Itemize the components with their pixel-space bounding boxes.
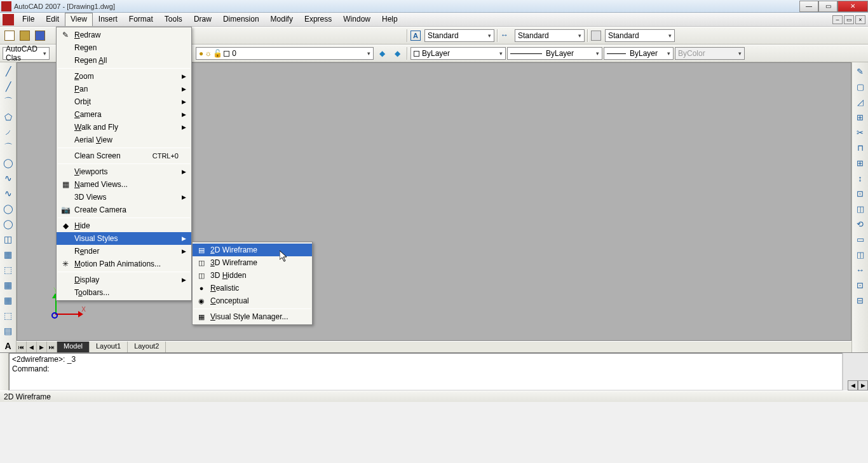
view-menu-item[interactable]: Orbit▶ — [57, 95, 191, 108]
hatch-tool[interactable]: ▦ — [2, 279, 15, 291]
submenu-item[interactable]: ◫3D Hidden — [193, 269, 312, 282]
rectangle-tool[interactable]: ⟋ — [2, 126, 15, 139]
view-menu-item[interactable]: Camera▶ — [57, 108, 191, 121]
ellipse-tool[interactable]: ◯ — [2, 202, 15, 215]
command-grip[interactable] — [0, 353, 9, 390]
explode-tool[interactable]: ⊟ — [854, 294, 867, 307]
erase-tool[interactable]: ✎ — [854, 65, 867, 78]
menu-window[interactable]: Window — [337, 13, 376, 26]
arc-tool[interactable]: ⌒ — [2, 141, 15, 154]
fillet-tool[interactable]: ⊡ — [854, 279, 867, 291]
save-button[interactable] — [33, 29, 47, 43]
view-menu-item[interactable]: Visual Styles▶ — [57, 232, 191, 245]
region-tool[interactable]: ⬚ — [2, 309, 15, 322]
tab-model[interactable]: Model — [57, 342, 90, 352]
scroll-right-button[interactable]: ▶ — [858, 380, 868, 390]
view-menu-item[interactable]: ◆Hide — [57, 219, 191, 232]
color-dropdown[interactable]: ByLayer — [410, 47, 506, 60]
circle-tool[interactable]: ◯ — [2, 156, 15, 169]
command-line[interactable]: <2dwireframe>: _3 Command: — [9, 353, 843, 390]
rotate-tool[interactable]: ⊞ — [854, 156, 867, 169]
chamfer-tool[interactable]: ↔ — [854, 263, 867, 276]
view-menu-item[interactable]: Regen — [57, 41, 191, 54]
view-menu-item[interactable]: 3D Views▶ — [57, 191, 191, 204]
menu-dimension[interactable]: Dimension — [217, 13, 265, 26]
point-tool[interactable]: ⬚ — [2, 263, 15, 276]
ellipse-arc-tool[interactable]: ◯ — [2, 218, 15, 230]
join-tool[interactable]: ◫ — [854, 248, 867, 261]
menu-draw[interactable]: Draw — [188, 13, 217, 26]
make-block-tool[interactable]: ▦ — [2, 248, 15, 261]
move-tool[interactable]: ⊓ — [854, 141, 867, 154]
submenu-item[interactable]: ◫3D Wireframe — [193, 256, 312, 269]
menu-tools[interactable]: Tools — [159, 13, 188, 26]
mdi-restore-button[interactable]: ▭ — [844, 15, 854, 24]
mirror-tool[interactable]: ◿ — [854, 95, 867, 108]
view-menu-item[interactable]: Pan▶ — [57, 83, 191, 95]
tab-prev-button[interactable]: ◀ — [27, 342, 37, 352]
scale-tool[interactable]: ↕ — [854, 172, 867, 184]
polyline-tool[interactable]: ⌒ — [2, 95, 15, 108]
open-button[interactable] — [18, 29, 32, 43]
polygon-tool[interactable]: ⬠ — [2, 111, 15, 123]
maximize-button[interactable]: ▭ — [818, 1, 837, 12]
trim-tool[interactable]: ◫ — [854, 202, 867, 215]
mdi-minimize-button[interactable]: – — [832, 15, 843, 24]
mdi-close-button[interactable]: × — [855, 15, 865, 24]
extend-tool[interactable]: ⟲ — [854, 218, 867, 230]
array-tool[interactable]: ✂ — [854, 126, 867, 139]
layer-btn-2[interactable]: ◆ — [390, 46, 404, 60]
dim-style-dropdown[interactable]: Standard — [515, 29, 585, 42]
revcloud-tool[interactable]: ∿ — [2, 172, 15, 184]
construction-line-tool[interactable]: ╱ — [2, 80, 15, 93]
app-menu-icon[interactable] — [3, 14, 14, 25]
menu-express[interactable]: Express — [299, 13, 337, 26]
submenu-item[interactable]: ●Realistic — [193, 282, 312, 294]
view-menu-item[interactable]: ▦Named Views... — [57, 178, 191, 191]
gradient-tool[interactable]: ▦ — [2, 294, 15, 307]
menu-edit[interactable]: Edit — [40, 13, 65, 26]
view-menu-item[interactable]: Clean ScreenCTRL+0 — [57, 149, 191, 162]
lineweight-dropdown[interactable]: ByLayer — [507, 47, 602, 60]
menu-view[interactable]: View — [65, 13, 93, 26]
view-menu-item[interactable]: Walk and Fly▶ — [57, 121, 191, 134]
tab-last-button[interactable]: ⏭ — [47, 342, 57, 352]
view-menu-item[interactable]: Toolbars... — [57, 286, 191, 299]
plotstyle-dropdown[interactable]: ByColor — [675, 47, 745, 60]
stretch-tool[interactable]: ⊡ — [854, 187, 867, 200]
scroll-left-button[interactable]: ◀ — [848, 380, 858, 390]
view-menu-item[interactable]: ✎Redraw — [57, 29, 191, 41]
spline-tool[interactable]: ∿ — [2, 187, 15, 200]
block-tool[interactable]: ◫ — [2, 233, 15, 245]
view-menu-item[interactable]: Viewports▶ — [57, 165, 191, 178]
new-button[interactable] — [3, 29, 17, 43]
view-menu-item[interactable]: Display▶ — [57, 273, 191, 286]
table-style-dropdown[interactable]: Standard — [605, 29, 675, 42]
view-menu-item[interactable]: Aerial View — [57, 134, 191, 146]
tab-next-button[interactable]: ▶ — [37, 342, 47, 352]
minimize-button[interactable]: — — [799, 1, 818, 12]
view-menu-item[interactable]: Zoom▶ — [57, 70, 191, 83]
submenu-item[interactable]: ▦Visual Style Manager... — [193, 310, 312, 323]
view-menu-item[interactable]: Regen All — [57, 54, 191, 67]
tab-layout2[interactable]: Layout2 — [128, 342, 166, 352]
menu-modify[interactable]: Modify — [265, 13, 299, 26]
layer-dropdown[interactable]: ● ☼ 🔓 0 — [196, 47, 374, 60]
layer-btn-1[interactable]: ◆ — [375, 46, 389, 60]
menu-file[interactable]: File — [17, 13, 40, 26]
text-style-dropdown[interactable]: Standard — [424, 29, 494, 42]
submenu-item[interactable]: ▤2D Wireframe — [193, 244, 312, 256]
view-menu-item[interactable]: 📷Create Camera — [57, 204, 191, 216]
text-tool[interactable]: A — [2, 340, 15, 352]
menu-insert[interactable]: Insert — [93, 13, 123, 26]
close-button[interactable]: ✕ — [837, 1, 868, 12]
tab-layout1[interactable]: Layout1 — [90, 342, 128, 352]
workspace-dropdown[interactable]: AutoCAD Clas — [3, 47, 50, 60]
submenu-item[interactable]: ◉Conceptual — [193, 294, 312, 307]
break-tool[interactable]: ▭ — [854, 233, 867, 245]
menu-format[interactable]: Format — [123, 13, 159, 26]
view-menu-item[interactable]: ✳Motion Path Animations... — [57, 258, 191, 270]
tab-first-button[interactable]: ⏮ — [17, 342, 27, 352]
table-tool[interactable]: ▤ — [2, 324, 15, 337]
linetype-dropdown[interactable]: ByLayer — [604, 47, 674, 60]
